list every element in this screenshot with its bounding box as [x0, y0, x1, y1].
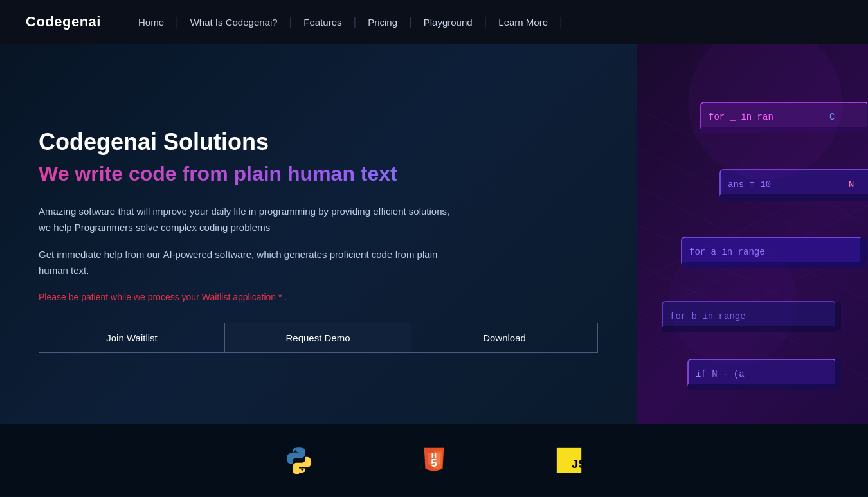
- svg-rect-28: [688, 384, 836, 390]
- nav-link-learn-more[interactable]: Learn More: [487, 0, 559, 44]
- nav-link-what-is[interactable]: What Is Codegenai?: [179, 0, 289, 44]
- nav-sep-6: |: [559, 16, 563, 28]
- svg-rect-25: [835, 302, 841, 330]
- hero-description-2: Get immediate help from our AI-powered s…: [39, 246, 450, 279]
- nav-item-features[interactable]: Features: [292, 0, 353, 44]
- navbar: Codegenai Home | What Is Codegenai? | Fe…: [0, 0, 868, 44]
- hero-image: for _ in ran C ans = 10 N for a in ran: [637, 44, 868, 424]
- javascript-icon: JS: [553, 444, 585, 476]
- hero-title-main: Codegenai Solutions: [39, 128, 598, 156]
- nav-item-learn-more[interactable]: Learn More: [487, 0, 559, 44]
- join-waitlist-button[interactable]: Join Waitlist: [39, 323, 225, 353]
- nav-link-playground[interactable]: Playground: [412, 0, 484, 44]
- nav-item-pricing[interactable]: Pricing: [356, 0, 409, 44]
- nav-link-home[interactable]: Home: [127, 0, 176, 44]
- code-visualization: for _ in ran C ans = 10 N for a in ran: [637, 44, 868, 424]
- svg-text:N: N: [849, 179, 854, 190]
- nav-item-what-is[interactable]: What Is Codegenai?: [179, 0, 289, 44]
- svg-text:if N - (a: if N - (a: [696, 369, 745, 379]
- hero-title-sub: We write code from plain human text: [39, 161, 598, 188]
- svg-rect-21: [860, 237, 867, 266]
- hero-content: Codegenai Solutions We write code from p…: [0, 44, 637, 424]
- svg-point-32: [669, 237, 797, 366]
- nav-links: Home | What Is Codegenai? | Features | P…: [127, 0, 563, 44]
- hero-buttons: Join Waitlist Request Demo Download: [39, 323, 598, 353]
- hero-waitlist-note: Please be patient while we process your …: [39, 292, 598, 302]
- svg-text:ans = 10: ans = 10: [728, 179, 771, 190]
- download-button[interactable]: Download: [411, 323, 598, 353]
- nav-item-playground[interactable]: Playground: [412, 0, 484, 44]
- python-icon: [283, 444, 315, 476]
- svg-rect-15: [720, 194, 868, 201]
- bottom-bar: 5 H JS: [0, 424, 868, 496]
- nav-link-features[interactable]: Features: [292, 0, 353, 44]
- nav-link-pricing[interactable]: Pricing: [356, 0, 409, 44]
- hero-description-1: Amazing software that will improve your …: [39, 203, 450, 236]
- svg-text:H: H: [431, 451, 437, 459]
- svg-rect-29: [835, 359, 841, 388]
- svg-text:JS: JS: [572, 457, 584, 471]
- request-demo-button[interactable]: Request Demo: [225, 323, 411, 353]
- iso-svg: for _ in ran C ans = 10 N for a in ran: [637, 44, 868, 424]
- html5-icon: 5 H: [418, 444, 450, 476]
- hero-section: Codegenai Solutions We write code from p…: [0, 44, 868, 424]
- brand-logo[interactable]: Codegenai: [26, 14, 101, 30]
- nav-item-home[interactable]: Home: [127, 0, 176, 44]
